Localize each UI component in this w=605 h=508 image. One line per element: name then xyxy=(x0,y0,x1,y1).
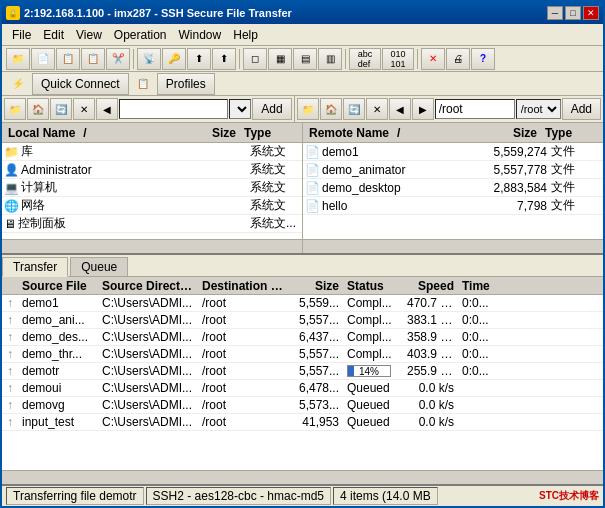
right-address-input[interactable] xyxy=(435,99,515,119)
list-item[interactable]: 📄 demo_animator 5,557,778 文件 xyxy=(303,161,603,179)
main-window: 🔒 2:192.168.1.100 - imx287 - SSH Secure … xyxy=(0,0,605,508)
transfer-source-file: demo_thr... xyxy=(18,347,98,361)
transfer-speed: 255.9 k... xyxy=(403,364,458,378)
right-name-header: Remote Name xyxy=(305,126,393,140)
toolbar-btn-010[interactable]: 010101 xyxy=(382,48,414,70)
list-item[interactable]: 👤 Administrator 系统文 xyxy=(2,161,302,179)
transfer-speed: 358.9 k... xyxy=(403,330,458,344)
right-type-header: Type xyxy=(541,126,601,140)
toolbar-btn-abc[interactable]: abcdef xyxy=(349,48,381,70)
transfer-size: 5,559... xyxy=(288,296,343,310)
left-up-btn[interactable]: 📁 xyxy=(4,98,26,120)
toolbar-btn-1[interactable]: 📁 xyxy=(6,48,30,70)
transfer-arrow: ↑ xyxy=(2,415,18,429)
toolbar-btn-10[interactable]: ◻ xyxy=(243,48,267,70)
right-drive-select[interactable]: /root xyxy=(516,99,561,119)
minimize-button[interactable]: ─ xyxy=(547,6,563,20)
menu-file[interactable]: File xyxy=(6,26,37,44)
list-item[interactable]: 🌐 网络 系统文 xyxy=(2,197,302,215)
toolbar-btn-3[interactable]: 📋 xyxy=(56,48,80,70)
list-item[interactable]: 📁 库 系统文 xyxy=(2,143,302,161)
left-add-button[interactable]: Add xyxy=(252,98,291,120)
transfer-rows[interactable]: ↑ demo1 C:\Users\ADMI... /root 5,559... … xyxy=(2,295,603,470)
table-row[interactable]: ↑ demo_des... C:\Users\ADMI... /root 6,4… xyxy=(2,329,603,346)
table-row[interactable]: ↑ demo_ani... C:\Users\ADMI... /root 5,5… xyxy=(2,312,603,329)
left-file-list[interactable]: 📁 库 系统文 👤 Administrator 系统文 💻 xyxy=(2,143,302,239)
table-row[interactable]: ↑ demo1 C:\Users\ADMI... /root 5,559... … xyxy=(2,295,603,312)
table-row[interactable]: ↑ demotr C:\Users\ADMI... /root 5,557...… xyxy=(2,363,603,380)
left-drive-select[interactable] xyxy=(229,99,251,119)
toolbar-btn-13[interactable]: ▥ xyxy=(318,48,342,70)
toolbar-btn-6[interactable]: 📡 xyxy=(137,48,161,70)
items-status: 4 items (14.0 MB xyxy=(333,487,438,505)
table-row[interactable]: ↑ demovg C:\Users\ADMI... /root 5,573...… xyxy=(2,397,603,414)
left-nav-btn[interactable]: ◀ xyxy=(96,98,118,120)
toolbar-btn-9[interactable]: ⬆ xyxy=(212,48,236,70)
transfer-size: 6,437... xyxy=(288,330,343,344)
menu-view[interactable]: View xyxy=(70,26,108,44)
transfer-size: 5,557... xyxy=(288,313,343,327)
transfer-speed: 383.1 k... xyxy=(403,313,458,327)
menu-window[interactable]: Window xyxy=(173,26,228,44)
th-status: Status xyxy=(343,279,403,293)
transfer-arrow: ↑ xyxy=(2,381,18,395)
left-address-input[interactable] xyxy=(119,99,228,119)
left-delete-btn[interactable]: ✕ xyxy=(73,98,95,120)
transfer-source-file: demo1 xyxy=(18,296,98,310)
menu-edit[interactable]: Edit xyxy=(37,26,70,44)
quick-connect-button[interactable]: Quick Connect xyxy=(32,73,129,95)
list-item[interactable]: 📄 hello 7,798 文件 xyxy=(303,197,603,215)
maximize-button[interactable]: □ xyxy=(565,6,581,20)
left-home-btn[interactable]: 🏠 xyxy=(27,98,49,120)
toolbar-btn-7[interactable]: 🔑 xyxy=(162,48,186,70)
transfer-scrollbar-h[interactable] xyxy=(2,470,603,484)
th-size: Size xyxy=(288,279,343,293)
transfer-table-header: Source File Source Directory Destination… xyxy=(2,277,603,295)
menu-operation[interactable]: Operation xyxy=(108,26,173,44)
profiles-button[interactable]: Profiles xyxy=(157,73,215,95)
tab-queue[interactable]: Queue xyxy=(70,257,128,276)
left-refresh-btn[interactable]: 🔄 xyxy=(50,98,72,120)
left-scrollbar-h[interactable] xyxy=(2,239,302,253)
progress-bar: 14% xyxy=(347,365,391,377)
toolbar-btn-5[interactable]: ✂️ xyxy=(106,48,130,70)
toolbar-btn-12[interactable]: ▤ xyxy=(293,48,317,70)
list-item[interactable]: 🖥 控制面板 系统文... xyxy=(2,215,302,233)
right-nav-btn[interactable]: ◀ xyxy=(389,98,411,120)
transfer-status-msg: Transferring file demotr xyxy=(6,487,144,505)
transfer-source-file: demo_des... xyxy=(18,330,98,344)
toolbar-btn-8[interactable]: ⬆ xyxy=(187,48,211,70)
right-file-list[interactable]: 📄 demo1 5,559,274 文件 📄 demo_animator 5,5… xyxy=(303,143,603,239)
list-item[interactable]: 📄 demo1 5,559,274 文件 xyxy=(303,143,603,161)
toolbar-btn-help[interactable]: ? xyxy=(471,48,495,70)
transfer-source-dir: C:\Users\ADMI... xyxy=(98,415,198,429)
toolbar-sep-3 xyxy=(345,49,346,69)
right-refresh-btn[interactable]: 🔄 xyxy=(343,98,365,120)
transfer-source-file: demovg xyxy=(18,398,98,412)
table-row[interactable]: ↑ demoui C:\Users\ADMI... /root 6,478...… xyxy=(2,380,603,397)
toolbar-btn-2[interactable]: 📄 xyxy=(31,48,55,70)
transfer-arrow: ↑ xyxy=(2,347,18,361)
right-add-button[interactable]: Add xyxy=(562,98,601,120)
right-delete-btn[interactable]: ✕ xyxy=(366,98,388,120)
right-up-btn[interactable]: 📁 xyxy=(297,98,319,120)
list-item[interactable]: 💻 计算机 系统文 xyxy=(2,179,302,197)
transfer-status-text: Transferring file demotr xyxy=(13,489,137,503)
toolbar-btn-4[interactable]: 📋 xyxy=(81,48,105,70)
tab-transfer[interactable]: Transfer xyxy=(2,257,68,277)
right-scrollbar-h[interactable] xyxy=(303,239,603,253)
right-panel-header: Remote Name / Size Type xyxy=(303,123,603,143)
toolbar-btn-info[interactable]: 🖨 xyxy=(446,48,470,70)
menu-help[interactable]: Help xyxy=(227,26,264,44)
close-button[interactable]: ✕ xyxy=(583,6,599,20)
table-row[interactable]: ↑ input_test C:\Users\ADMI... /root 41,9… xyxy=(2,414,603,431)
toolbar-btn-x[interactable]: ✕ xyxy=(421,48,445,70)
right-nav2-btn[interactable]: ▶ xyxy=(412,98,434,120)
right-home-btn[interactable]: 🏠 xyxy=(320,98,342,120)
th-time: Time xyxy=(458,279,503,293)
table-row[interactable]: ↑ demo_thr... C:\Users\ADMI... /root 5,5… xyxy=(2,346,603,363)
transfer-arrow: ↑ xyxy=(2,330,18,344)
list-item[interactable]: 📄 demo_desktop 2,883,584 文件 xyxy=(303,179,603,197)
toolbar-btn-11[interactable]: ▦ xyxy=(268,48,292,70)
transfer-source-dir: C:\Users\ADMI... xyxy=(98,296,198,310)
